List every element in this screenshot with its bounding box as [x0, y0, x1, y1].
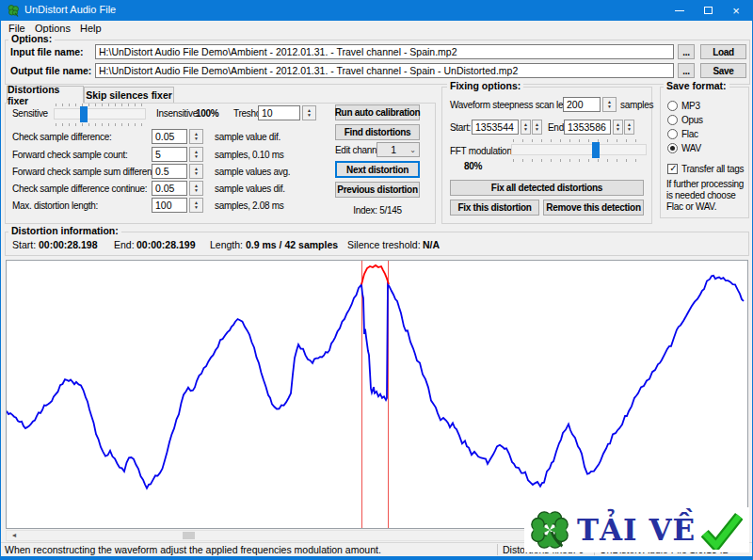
end-coarse-spinner[interactable]: ▲▼: [613, 120, 623, 135]
menu-help[interactable]: Help: [74, 22, 107, 36]
spin-down-icon[interactable]: ▼: [194, 188, 199, 193]
param-field[interactable]: 0.5: [152, 164, 187, 179]
next-distortion-button[interactable]: Next distortion: [335, 161, 420, 178]
info-end-value: 00:00:28.199: [136, 238, 195, 252]
save-format-note: If further processing is needed choose F…: [666, 179, 745, 213]
start-coarse-spinner[interactable]: ▲▼: [521, 120, 531, 135]
radio-icon[interactable]: [667, 115, 678, 125]
param-label: Check sample difference continue:: [12, 182, 147, 196]
window-border-bottom: [1, 556, 753, 560]
status-message: When reconstructing the waveform adjust …: [5, 543, 381, 556]
slider-ticks: [56, 123, 144, 126]
run-auto-calibration-button[interactable]: Run auto calibration: [335, 104, 420, 120]
radio-wav-label: WAV: [681, 141, 701, 155]
save-button[interactable]: Save: [700, 63, 746, 78]
param-unit: samples, 2.08 ms: [215, 199, 284, 213]
info-length-value: 0.9 ms / 42 samples: [246, 238, 338, 252]
info-start-value: 00:00:28.198: [39, 238, 97, 252]
tab-skip-silences-fixer[interactable]: Skip silences fixer: [84, 87, 174, 104]
distortion-index: Index: 5/145: [335, 203, 420, 217]
find-distortions-button[interactable]: Find distortions: [335, 124, 420, 140]
scan-length-spinner[interactable]: ▲▼: [602, 97, 617, 112]
sensitivity-value: 100%: [196, 106, 218, 120]
waveform-line: [7, 276, 744, 488]
param-field[interactable]: 100: [152, 198, 187, 213]
slider-thumb[interactable]: [80, 106, 88, 122]
transfer-tags-label: Transfer all tags: [681, 162, 744, 176]
radio-flac[interactable]: Flac: [667, 127, 698, 141]
treshold-field[interactable]: 10: [258, 105, 300, 120]
slider-ticks: [513, 159, 645, 162]
fft-modulation-slider[interactable]: [511, 139, 647, 162]
spin-down-icon[interactable]: ▼: [627, 127, 632, 132]
scroll-left-icon[interactable]: ◄: [8, 531, 21, 540]
app-icon: [7, 4, 20, 17]
info-start-label: Start:: [12, 238, 36, 252]
transfer-tags-checkbox[interactable]: Transfer all tags: [667, 162, 744, 176]
remove-detection-button[interactable]: Remove this detection: [543, 200, 644, 216]
output-file-label: Output file name:: [10, 64, 91, 78]
sensitive-label: Sensitive: [12, 106, 48, 120]
output-file-field[interactable]: H:\UnDistort Audio File Demo\Ambient - 2…: [95, 63, 674, 78]
radio-opus[interactable]: Opus: [667, 113, 703, 127]
slider-thumb[interactable]: [592, 142, 600, 158]
spin-down-icon[interactable]: ▼: [194, 136, 199, 141]
radio-icon[interactable]: [667, 101, 678, 111]
start-sample-field[interactable]: 1353544: [472, 120, 519, 135]
spin-down-icon[interactable]: ▼: [307, 113, 312, 118]
radio-flac-label: Flac: [681, 127, 698, 141]
param-spinner[interactable]: ▲▼: [189, 181, 203, 196]
radio-wav[interactable]: WAV: [667, 141, 701, 155]
checkbox-checked-icon[interactable]: [667, 164, 678, 174]
param-label: Check sample difference:: [12, 130, 111, 144]
sensitivity-slider[interactable]: [54, 104, 146, 126]
fix-all-distortions-button[interactable]: Fix all detected distortions: [450, 180, 644, 196]
spin-down-icon[interactable]: ▼: [194, 171, 199, 176]
minimize-icon[interactable]: [665, 0, 694, 21]
spin-down-icon[interactable]: ▼: [194, 154, 199, 159]
start-fine-spinner[interactable]: ▲▼: [532, 120, 542, 135]
slider-ticks: [513, 139, 645, 142]
param-field[interactable]: 0.05: [152, 129, 187, 144]
load-button[interactable]: Load: [700, 44, 746, 59]
info-silence-value: N/A: [423, 238, 440, 252]
radio-selected-icon[interactable]: [667, 143, 678, 153]
tab-distortions-fixer[interactable]: Distortions fixer: [7, 86, 84, 104]
spin-down-icon[interactable]: ▼: [194, 205, 199, 210]
param-spinner[interactable]: ▲▼: [189, 129, 203, 144]
radio-mp3[interactable]: MP3: [667, 99, 700, 113]
browse-input-button[interactable]: ...: [678, 44, 695, 59]
treshold-spinner[interactable]: ▲▼: [302, 105, 316, 120]
edit-channel-dropdown[interactable]: 1 ⌄: [376, 142, 420, 157]
param-spinner[interactable]: ▲▼: [189, 198, 203, 213]
maximize-icon[interactable]: [694, 0, 722, 21]
param-field[interactable]: 5: [152, 147, 187, 162]
spin-down-icon[interactable]: ▼: [616, 127, 620, 132]
end-fine-spinner[interactable]: ▲▼: [624, 120, 634, 135]
app-window: UnDistort Audio File × File Options Help…: [0, 0, 753, 560]
scrollbar-thumb[interactable]: [183, 532, 195, 539]
title-bar[interactable]: UnDistort Audio File ×: [1, 0, 753, 21]
close-icon[interactable]: ×: [722, 0, 750, 21]
slider-track[interactable]: [511, 144, 647, 155]
fft-modulation-label: FFT modulation:: [450, 144, 514, 158]
info-length-label: Length:: [210, 238, 243, 252]
spin-down-icon[interactable]: ▼: [523, 127, 528, 132]
spin-down-icon[interactable]: ▼: [535, 127, 539, 132]
spin-down-icon[interactable]: ▼: [607, 104, 612, 109]
fix-this-distortion-button[interactable]: Fix this distortion: [450, 200, 539, 216]
window-title: UnDistort Audio File: [24, 4, 116, 15]
scan-length-field[interactable]: 200: [563, 97, 601, 112]
browse-output-button[interactable]: ...: [678, 63, 695, 78]
fixing-options-group-label: Fixing options:: [447, 80, 523, 92]
end-sample-field[interactable]: 1353586: [564, 120, 611, 135]
param-spinner[interactable]: ▲▼: [189, 147, 203, 162]
watermark-text: TẢI VỀ: [577, 513, 696, 547]
slider-track[interactable]: [54, 108, 146, 120]
param-field[interactable]: 0.05: [152, 181, 187, 196]
waveform-panel[interactable]: [6, 260, 748, 529]
previous-distortion-button[interactable]: Previous distortion: [335, 182, 420, 198]
radio-icon[interactable]: [667, 129, 678, 139]
param-spinner[interactable]: ▲▼: [189, 164, 203, 179]
input-file-field[interactable]: H:\UnDistort Audio File Demo\Ambient - 2…: [95, 44, 674, 59]
